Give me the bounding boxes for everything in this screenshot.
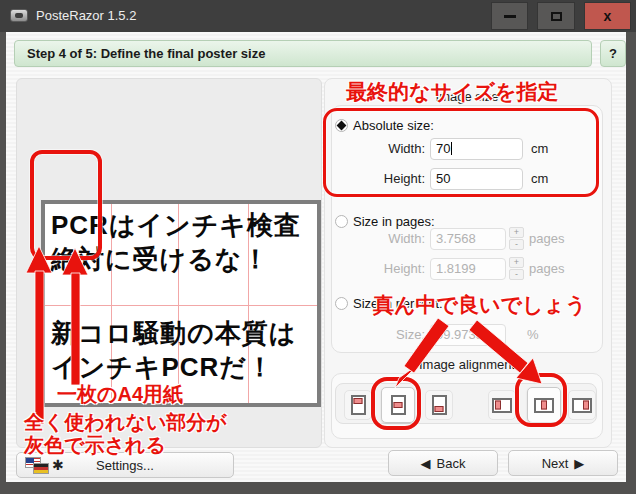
percent-size-input[interactable]: 99.9735: [430, 324, 506, 346]
posterazor-window: PosteRazor 1.5.2 x Step 4 of 5: Define t…: [0, 0, 636, 494]
maximize-button[interactable]: [537, 2, 575, 30]
text-cursor: [451, 142, 452, 155]
width-input[interactable]: 70: [430, 138, 523, 160]
minimize-button[interactable]: [491, 2, 528, 30]
language-flags-icon: ✱: [25, 457, 65, 475]
percent-size-label: Size:: [339, 327, 425, 342]
align-bottom-icon: [432, 395, 447, 415]
image-size-group-title: Image size: [331, 89, 603, 104]
align-left-icon: [492, 398, 512, 413]
title-bar: PosteRazor 1.5.2 x: [0, 0, 636, 32]
spinner-up-button[interactable]: +: [509, 227, 524, 238]
align-hcenter-icon: [534, 398, 554, 413]
align-vcenter-icon: [391, 395, 406, 415]
poster-text-block-1: PCRはインチキ検査 絶対に受けるな！: [51, 208, 301, 276]
radio-selected-mark: [337, 121, 347, 131]
maximize-icon: [551, 12, 562, 21]
align-right-icon: [572, 398, 592, 413]
height-label: Height:: [339, 171, 425, 186]
height-input[interactable]: 50: [430, 168, 523, 190]
poster-preview: PCRはインチキ検査 絶対に受けるな！ 新コロ騒動の本質は インチキPCRだ！: [41, 200, 321, 407]
app-razor-icon: [10, 9, 28, 22]
back-button[interactable]: ◀ Back: [388, 450, 498, 476]
pages-height-spinner: + -: [509, 257, 524, 281]
align-right-button[interactable]: [568, 390, 596, 420]
align-bottom-button[interactable]: [425, 390, 453, 420]
settings-label: Settings...: [96, 458, 154, 473]
next-arrow-icon: ▶: [574, 456, 584, 471]
back-arrow-icon: ◀: [421, 456, 431, 471]
pages-height-unit: pages: [529, 261, 564, 276]
tools-icon: ✱: [52, 457, 64, 473]
pages-width-unit: pages: [529, 231, 564, 246]
poster-text-line: 新コロ騒動の本質は: [51, 316, 296, 350]
size-in-pages-label[interactable]: Size in pages:: [353, 214, 435, 229]
size-in-percent-radio[interactable]: [335, 297, 348, 310]
back-label: Back: [437, 456, 466, 471]
poster-text-line: 絶対に受けるな！: [51, 242, 301, 276]
absolute-size-radio[interactable]: [335, 119, 348, 132]
size-in-percent-label[interactable]: Size in percent:: [353, 296, 443, 311]
window-title: PosteRazor 1.5.2: [36, 8, 136, 23]
window-content: Step 4 of 5: Define the final poster siz…: [6, 32, 626, 482]
align-top-button[interactable]: [344, 390, 372, 420]
page-boundary-line: [45, 305, 317, 306]
image-alignment-group-title: Image alignment: [331, 357, 603, 372]
width-unit: cm: [531, 141, 548, 156]
width-label: Width:: [339, 141, 425, 156]
spinner-up-button[interactable]: +: [509, 257, 524, 268]
height-unit: cm: [531, 171, 548, 186]
poster-text-line: PCRはインチキ検査: [51, 208, 301, 242]
next-label: Next: [542, 456, 569, 471]
pages-height-label: Height:: [339, 261, 425, 276]
spinner-down-button[interactable]: -: [509, 239, 524, 250]
size-settings-panel: Image size Absolute size: Width: 70 cm H…: [324, 78, 612, 448]
next-button[interactable]: Next ▶: [508, 450, 618, 476]
step-header: Step 4 of 5: Define the final poster siz…: [14, 40, 592, 67]
align-left-button[interactable]: [488, 390, 516, 420]
size-in-pages-radio[interactable]: [335, 215, 348, 228]
help-icon: ?: [609, 46, 617, 61]
minimize-icon: [504, 15, 516, 18]
close-button[interactable]: x: [584, 2, 631, 30]
spinner-down-button[interactable]: -: [509, 269, 524, 280]
absolute-size-label[interactable]: Absolute size:: [353, 118, 434, 133]
german-flag-icon: [33, 463, 49, 474]
alignment-button-row: [335, 383, 597, 424]
pages-width-input[interactable]: 3.7568: [430, 228, 506, 250]
step-title: Step 4 of 5: Define the final poster siz…: [27, 46, 265, 61]
pages-width-label: Width:: [339, 231, 425, 246]
poster-text-block-2: 新コロ騒動の本質は インチキPCRだ！: [51, 316, 296, 384]
poster-preview-panel: PCRはインチキ検査 絶対に受けるな！ 新コロ騒動の本質は インチキPCRだ！: [16, 78, 322, 448]
help-button[interactable]: ?: [600, 40, 626, 67]
percent-unit: %: [527, 327, 539, 342]
pages-width-spinner: + -: [509, 227, 524, 251]
align-top-icon: [351, 395, 366, 415]
close-icon: x: [604, 9, 612, 23]
align-vcenter-button[interactable]: [381, 387, 415, 423]
pages-height-input[interactable]: 1.8199: [430, 258, 506, 280]
poster-text-line: インチキPCRだ！: [51, 350, 296, 384]
settings-button[interactable]: ✱ Settings...: [16, 452, 234, 478]
align-hcenter-button[interactable]: [527, 387, 561, 423]
